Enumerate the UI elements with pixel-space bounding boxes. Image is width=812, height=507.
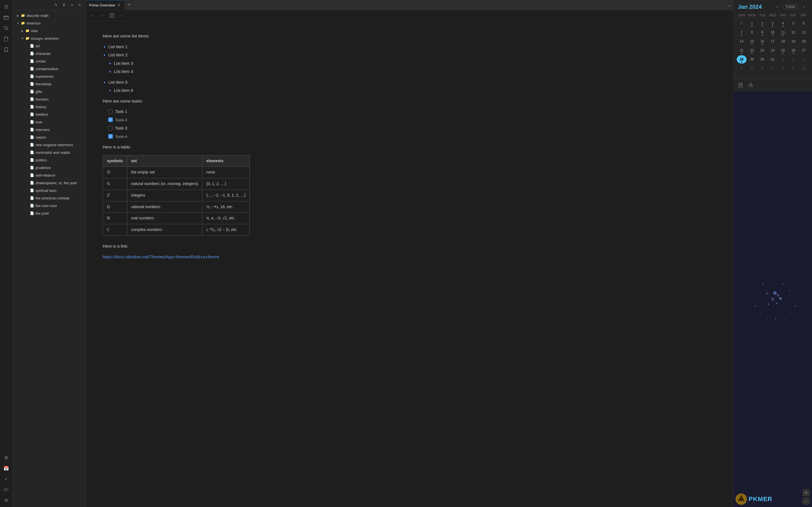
- cal-day-15[interactable]: 15: [747, 37, 757, 46]
- cal-day-5[interactable]: 5: [789, 19, 799, 27]
- tree-item-new-england-reformers[interactable]: 📄new england reformers: [13, 141, 84, 149]
- cal-day-10[interactable]: 10: [799, 64, 809, 73]
- cal-day-4[interactable]: 4: [737, 64, 747, 73]
- layout-nav-icon[interactable]: ⊞: [2, 453, 11, 462]
- settings-nav-icon[interactable]: ⚙: [2, 496, 11, 505]
- obsidian-link[interactable]: https://docs.obsidian.md/Themes/App+them…: [103, 255, 219, 259]
- cal-day-11[interactable]: 11: [778, 28, 788, 37]
- graph-panel-icon[interactable]: [747, 81, 755, 89]
- cal-day-12[interactable]: 12: [789, 28, 799, 37]
- tree-item-manners[interactable]: 📄manners: [13, 126, 84, 133]
- calendar-next-button[interactable]: ›: [801, 3, 808, 10]
- tree-item-else[interactable]: ▶📁else: [13, 27, 84, 34]
- cal-day-7[interactable]: 7: [737, 28, 747, 37]
- tree-item-the-poet[interactable]: 📄the poet: [13, 210, 84, 217]
- tree-item-prudence[interactable]: 📄prudence: [13, 164, 84, 171]
- bookmark-nav-icon[interactable]: [2, 45, 11, 54]
- cal-day-9[interactable]: 9: [757, 28, 767, 37]
- tag-nav-icon[interactable]: 🏷: [2, 485, 11, 494]
- cal-day-24[interactable]: 24: [768, 46, 777, 55]
- forward-button[interactable]: ›: [99, 12, 106, 19]
- cal-day-31[interactable]: 31: [737, 19, 747, 27]
- tree-item-self-reliance[interactable]: 📄self-reliance: [13, 172, 84, 179]
- tree-item-circles[interactable]: 📄circles: [13, 57, 84, 65]
- cal-day-7[interactable]: 7: [768, 64, 777, 73]
- tab-bar-right-icon[interactable]: ⌄: [725, 2, 733, 8]
- tree-item-shakespeare;-or,-the-poet[interactable]: 📄shakespeare; or, the poet: [13, 179, 84, 186]
- tab-close-button[interactable]: ✕: [117, 2, 121, 8]
- tree-item-experience[interactable]: 📄experience: [13, 73, 84, 80]
- cal-day-13[interactable]: 13: [799, 28, 809, 37]
- cal-day-25[interactable]: 25: [778, 46, 788, 55]
- tree-item-art[interactable]: 📄art: [13, 42, 84, 50]
- cal-day-30[interactable]: 30: [757, 55, 767, 64]
- tree-item-spiritual-laws[interactable]: 📄spiritual laws: [13, 187, 84, 194]
- tree-item-friendship[interactable]: 📄friendship: [13, 80, 84, 88]
- more-options-button[interactable]: ···: [118, 12, 125, 19]
- tree-item-character[interactable]: 📄character: [13, 50, 84, 57]
- cal-day-17[interactable]: 17: [768, 37, 777, 46]
- graph-filter-icon[interactable]: ⋯: [802, 497, 810, 505]
- cal-day-5[interactable]: 5: [747, 64, 757, 73]
- cal-day-2[interactable]: 2: [757, 19, 767, 27]
- sort-button[interactable]: ≡: [68, 2, 75, 8]
- cal-day-26[interactable]: 26: [789, 46, 799, 55]
- tree-item-compensation[interactable]: 📄compensation: [13, 65, 84, 72]
- cal-day-10[interactable]: 10: [768, 28, 777, 37]
- cal-day-21[interactable]: 21: [737, 46, 747, 55]
- task-4-checkbox[interactable]: ✓: [108, 134, 113, 138]
- sidebar-toggle-icon[interactable]: ☰: [2, 2, 11, 11]
- check-nav-icon[interactable]: ✓: [2, 474, 11, 483]
- cal-day-6[interactable]: 6: [799, 19, 809, 27]
- tree-item-the-american-scholar[interactable]: 📄the american scholar: [13, 194, 84, 202]
- tree-item-the-over-soul[interactable]: 📄the over-soul: [13, 202, 84, 209]
- open-folder-button[interactable]: ⬆: [61, 2, 67, 8]
- today-button[interactable]: TODAY: [783, 4, 799, 9]
- cal-day-23[interactable]: 23: [757, 46, 767, 55]
- new-note-button[interactable]: ✎: [53, 2, 59, 8]
- note-panel-icon[interactable]: [737, 81, 745, 89]
- cal-day-2[interactable]: 2: [789, 55, 799, 64]
- tree-item-emerson[interactable]: ▼📁emerson: [13, 19, 84, 27]
- tree-item-gifts[interactable]: 📄gifts: [13, 88, 84, 95]
- tree-item-love[interactable]: 📄love: [13, 118, 84, 126]
- tree-item-heroism[interactable]: 📄heroism: [13, 96, 84, 103]
- cal-day-8[interactable]: 8: [778, 64, 788, 73]
- tree-item-nature[interactable]: 📄nature: [13, 133, 84, 141]
- back-button[interactable]: ‹: [89, 12, 96, 19]
- cal-day-1[interactable]: 1: [747, 19, 757, 27]
- task-2-checkbox[interactable]: ✓: [108, 117, 113, 122]
- cal-day-31[interactable]: 31: [768, 55, 777, 64]
- task-1-checkbox[interactable]: [108, 109, 113, 114]
- search-nav-icon[interactable]: [2, 24, 11, 33]
- tree-item-intellect[interactable]: 📄intellect: [13, 111, 84, 118]
- cal-day-1[interactable]: 1: [778, 55, 788, 64]
- graph-settings-icon[interactable]: ⚙: [802, 489, 810, 496]
- tree-item-discrete-math[interactable]: ▶📁discrete math: [13, 12, 84, 19]
- cal-day-27[interactable]: 27: [799, 46, 809, 55]
- cal-day-9[interactable]: 9: [789, 64, 799, 73]
- tab-prime-overview[interactable]: Prime Overview ✕: [86, 0, 125, 10]
- cal-day-19[interactable]: 19: [789, 37, 799, 46]
- cal-day-3[interactable]: 3: [799, 55, 809, 64]
- cal-day-22[interactable]: 22: [747, 46, 757, 55]
- editor[interactable]: Here are some list items: List item 1 Li…: [86, 21, 733, 507]
- collapse-all-button[interactable]: ✕: [77, 2, 83, 8]
- cal-day-16[interactable]: 16: [757, 37, 767, 46]
- cal-day-4[interactable]: 4: [778, 19, 788, 27]
- tree-item-history[interactable]: 📄history: [13, 103, 84, 110]
- cal-day-18[interactable]: 18: [778, 37, 788, 46]
- tree-item-politics[interactable]: 📄politics: [13, 156, 84, 164]
- tree-item-nonimalist-and-realist[interactable]: 📄nonimalist and realist: [13, 149, 84, 156]
- folder-nav-icon[interactable]: [2, 13, 11, 22]
- outline-button[interactable]: [108, 12, 116, 19]
- new-tab-button[interactable]: +: [125, 2, 134, 8]
- cal-day-28[interactable]: 28: [737, 55, 747, 64]
- cal-day-6[interactable]: 6: [757, 64, 767, 73]
- calendar-nav-icon[interactable]: 📅: [2, 464, 11, 473]
- cal-day-14[interactable]: 14: [737, 37, 747, 46]
- cal-day-3[interactable]: 3: [768, 19, 777, 27]
- file-nav-icon[interactable]: [2, 34, 11, 43]
- calendar-prev-button[interactable]: ‹: [774, 3, 781, 10]
- tree-item-essays,-emerson[interactable]: ▼📁essays, emerson: [13, 35, 84, 42]
